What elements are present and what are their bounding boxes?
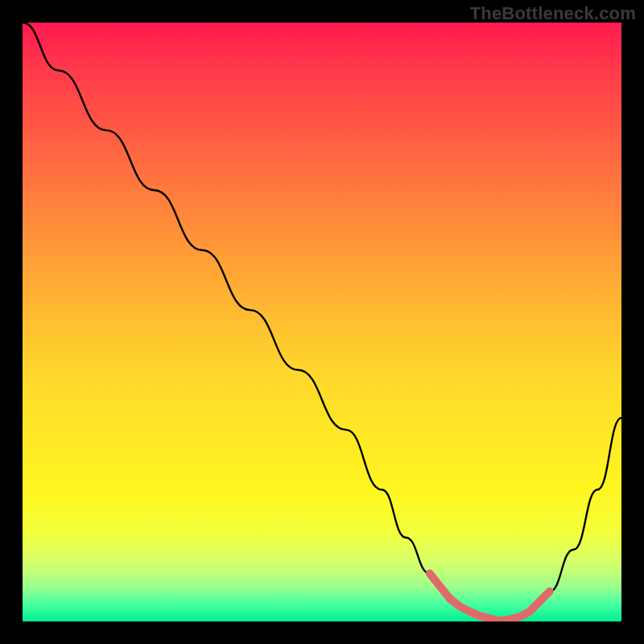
gradient-plot-area — [23, 23, 621, 621]
watermark-text: TheBottleneck.com — [470, 3, 636, 24]
chart-frame: TheBottleneck.com — [0, 0, 644, 644]
optimal-zone-highlight — [430, 574, 550, 621]
bottleneck-curve — [23, 23, 621, 621]
curve-svg — [23, 23, 621, 621]
